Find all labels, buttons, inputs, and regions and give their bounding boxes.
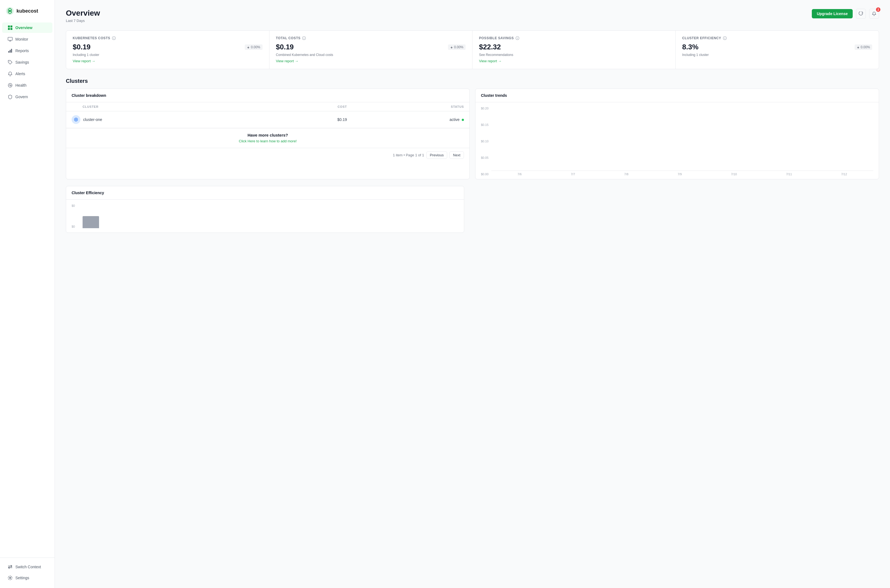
- main-content: Overview Last 7 Days Upgrade License 2: [55, 0, 890, 588]
- total-costs-link[interactable]: View report →: [276, 59, 299, 63]
- nav-savings[interactable]: Savings: [2, 57, 53, 68]
- bar-4: [732, 170, 740, 171]
- metric-kubernetes-costs: Kubernetes Costs $0.19 0.00% Including 1…: [66, 31, 269, 69]
- svg-point-20: [77, 119, 77, 119]
- metrics-grid: Kubernetes Costs $0.19 0.00% Including 1…: [66, 30, 879, 69]
- efficiency-info-icon[interactable]: [723, 36, 727, 40]
- nav-overview-label: Overview: [15, 26, 32, 30]
- bar-5: [786, 170, 794, 171]
- col-status: STATUS: [353, 102, 470, 111]
- total-costs-value: $0.19: [276, 43, 294, 51]
- page-header: Overview Last 7 Days Upgrade License 2: [66, 9, 879, 23]
- nav-switch-context-label: Switch Context: [15, 565, 41, 569]
- upgrade-license-button[interactable]: Upgrade License: [812, 9, 853, 18]
- nav-alerts-label: Alerts: [15, 72, 25, 76]
- next-button[interactable]: Next: [449, 152, 464, 159]
- metric-total-costs: Total Costs $0.19 0.00% Combined Kuberne…: [269, 31, 473, 69]
- kubernetes-costs-info-icon[interactable]: [112, 36, 116, 40]
- eff-bar-1: [83, 216, 99, 228]
- bar-2: [624, 170, 632, 171]
- svg-rect-3: [11, 26, 12, 27]
- cluster-trends-title: Cluster trends: [476, 89, 879, 102]
- nav-reports[interactable]: Reports: [2, 45, 53, 56]
- cluster-trends-chart: $0.20$0.15$0.10$0.05$0.00: [476, 102, 879, 179]
- svg-point-24: [75, 119, 75, 119]
- cluster-cost: $0.19: [258, 111, 353, 128]
- kubernetes-costs-change: 0.00%: [245, 44, 262, 50]
- svg-point-1: [9, 10, 11, 12]
- title-block: Overview Last 7 Days: [66, 9, 100, 23]
- cluster-icon: [72, 115, 80, 124]
- bar-0: [516, 170, 524, 171]
- nav-govern-label: Govern: [15, 94, 28, 99]
- health-icon: [8, 83, 13, 88]
- nav-monitor[interactable]: Monitor: [2, 34, 53, 44]
- cluster-efficiency-change: 0.00%: [855, 44, 872, 50]
- tag-icon: [8, 60, 13, 65]
- svg-rect-7: [8, 51, 9, 52]
- nav-health[interactable]: Health: [2, 80, 53, 90]
- svg-rect-4: [8, 28, 10, 30]
- total-costs-label: Total Costs: [276, 36, 301, 40]
- svg-rect-8: [10, 50, 11, 52]
- svg-rect-5: [11, 28, 12, 30]
- possible-savings-value: $22.32: [479, 43, 501, 51]
- notifications-button[interactable]: 2: [869, 9, 879, 19]
- nav-switch-context[interactable]: Switch Context: [2, 562, 53, 572]
- refresh-button[interactable]: [856, 9, 866, 19]
- possible-savings-link[interactable]: View report →: [479, 59, 501, 63]
- total-costs-desc: Combined Kubernetes and Cloud costs: [276, 53, 466, 57]
- svg-rect-9: [11, 49, 12, 52]
- kubernetes-costs-link[interactable]: View report →: [73, 59, 95, 63]
- efficiency-card-title: Cluster Efficiency: [66, 186, 464, 200]
- pagination: 1 item • Page 1 of 1 Previous Next: [66, 148, 470, 162]
- pagination-info: 1 item • Page 1 of 1: [393, 153, 424, 157]
- svg-rect-6: [8, 37, 12, 40]
- total-costs-info-icon[interactable]: [302, 36, 306, 40]
- nav-health-label: Health: [15, 83, 26, 87]
- header-actions: Upgrade License 2: [812, 9, 879, 19]
- switch-icon: [8, 564, 13, 569]
- kubernetes-icon: [74, 117, 78, 122]
- sidebar: kubecost Overview Monitor Reports Saving…: [0, 0, 55, 588]
- savings-info-icon[interactable]: [515, 36, 519, 40]
- svg-point-22: [76, 121, 76, 121]
- nav-settings[interactable]: Settings: [2, 573, 53, 583]
- metric-cluster-efficiency: Cluster Efficiency 8.3% 0.00% Including …: [676, 31, 879, 69]
- shield-icon: [8, 94, 13, 99]
- refresh-icon: [859, 12, 863, 16]
- total-costs-change: 0.00%: [448, 44, 465, 50]
- cluster-breakdown-title: Cluster breakdown: [66, 89, 470, 102]
- nav-settings-label: Settings: [15, 576, 29, 580]
- nav-overview[interactable]: Overview: [2, 22, 53, 33]
- notification-bell-icon: [872, 12, 876, 16]
- cluster-trends-card: Cluster trends $0.20$0.15$0.10$0.05$0.00: [475, 88, 879, 179]
- efficiency-down-arrow-icon: [857, 46, 860, 48]
- down-arrow-icon: [247, 46, 250, 48]
- page-subtitle: Last 7 Days: [66, 19, 100, 23]
- svg-point-10: [9, 61, 10, 62]
- y-axis: $0.20$0.15$0.10$0.05$0.00: [481, 106, 491, 176]
- cluster-efficiency-card: Cluster Efficiency $0 $0: [66, 186, 464, 233]
- notification-badge: 2: [876, 8, 880, 12]
- grid-icon: [8, 25, 13, 30]
- page-title: Overview: [66, 9, 100, 18]
- total-down-arrow-icon: [450, 46, 453, 48]
- previous-button[interactable]: Previous: [426, 152, 447, 159]
- table-row: cluster-one $0.19 active: [66, 111, 470, 128]
- eff-bar-2: [101, 228, 118, 228]
- x-labels: 7/67/77/87/97/107/117/12: [491, 171, 873, 176]
- efficiency-chart-area: $0 $0: [66, 200, 464, 232]
- bar-3: [678, 170, 686, 171]
- nav-monitor-label: Monitor: [15, 37, 28, 41]
- nav-govern[interactable]: Govern: [2, 92, 53, 102]
- more-clusters-link[interactable]: Click Here to learn how to add more!: [239, 139, 297, 143]
- svg-point-12: [10, 577, 11, 579]
- svg-point-23: [75, 120, 75, 121]
- more-clusters-title: Have more clusters?: [71, 133, 465, 137]
- nav-alerts[interactable]: Alerts: [2, 69, 53, 79]
- svg-point-19: [76, 118, 76, 118]
- kubernetes-costs-label: Kubernetes Costs: [73, 36, 110, 40]
- svg-rect-2: [8, 26, 10, 27]
- kubernetes-costs-desc: Including 1 cluster: [73, 53, 263, 57]
